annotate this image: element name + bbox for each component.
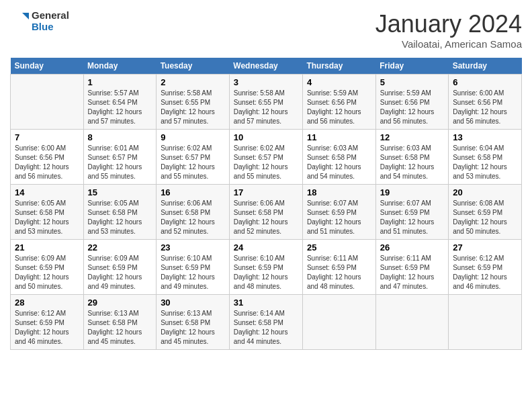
calendar-cell: 22Sunrise: 6:09 AMSunset: 6:59 PMDayligh… (83, 240, 157, 295)
calendar-cell: 15Sunrise: 6:05 AMSunset: 6:58 PMDayligh… (83, 185, 157, 240)
weekday-header-row: SundayMondayTuesdayWednesdayThursdayFrid… (11, 58, 522, 75)
day-number: 21 (15, 242, 79, 253)
calendar-week-row: 21Sunrise: 6:09 AMSunset: 6:59 PMDayligh… (11, 240, 522, 295)
day-info: Sunrise: 6:07 AMSunset: 6:59 PMDaylight:… (380, 199, 444, 236)
day-number: 9 (161, 132, 225, 142)
day-info: Sunrise: 5:58 AMSunset: 6:55 PMDaylight:… (161, 89, 225, 126)
day-number: 8 (88, 132, 152, 142)
location-title: Vailoatai, American Samoa (375, 38, 522, 50)
day-number: 31 (234, 298, 298, 308)
day-number: 11 (307, 132, 371, 142)
calendar-cell: 30Sunrise: 6:13 AMSunset: 6:58 PMDayligh… (157, 295, 230, 350)
day-number: 5 (380, 77, 444, 87)
day-info: Sunrise: 6:12 AMSunset: 6:59 PMDaylight:… (15, 309, 79, 347)
day-number: 20 (453, 187, 517, 197)
day-number: 19 (380, 187, 444, 197)
day-number: 14 (15, 187, 79, 197)
calendar-week-row: 28Sunrise: 6:12 AMSunset: 6:59 PMDayligh… (11, 295, 522, 350)
day-number: 10 (234, 132, 298, 142)
calendar-cell: 21Sunrise: 6:09 AMSunset: 6:59 PMDayligh… (11, 240, 84, 295)
day-info: Sunrise: 6:04 AMSunset: 6:58 PMDaylight:… (453, 144, 517, 181)
calendar-cell: 12Sunrise: 6:03 AMSunset: 6:58 PMDayligh… (375, 130, 448, 185)
day-info: Sunrise: 6:03 AMSunset: 6:58 PMDaylight:… (307, 144, 371, 181)
day-info: Sunrise: 6:10 AMSunset: 6:59 PMDaylight:… (161, 254, 225, 291)
day-number: 18 (307, 187, 371, 197)
calendar-cell: 27Sunrise: 6:12 AMSunset: 6:59 PMDayligh… (449, 240, 522, 295)
calendar-cell: 13Sunrise: 6:04 AMSunset: 6:58 PMDayligh… (449, 130, 522, 185)
calendar-cell: 28Sunrise: 6:12 AMSunset: 6:59 PMDayligh… (11, 295, 84, 350)
day-number: 7 (15, 132, 79, 142)
logo-svg (10, 11, 30, 32)
calendar-cell: 19Sunrise: 6:07 AMSunset: 6:59 PMDayligh… (375, 185, 448, 240)
day-number: 15 (88, 187, 152, 197)
weekday-header-friday: Friday (375, 58, 448, 75)
calendar-week-row: 7Sunrise: 6:00 AMSunset: 6:56 PMDaylight… (11, 130, 522, 185)
calendar-cell (11, 75, 84, 130)
calendar-cell: 6Sunrise: 6:00 AMSunset: 6:56 PMDaylight… (449, 75, 522, 130)
day-info: Sunrise: 5:58 AMSunset: 6:55 PMDaylight:… (234, 89, 298, 126)
day-info: Sunrise: 6:13 AMSunset: 6:58 PMDaylight:… (88, 309, 152, 347)
calendar-cell: 14Sunrise: 6:05 AMSunset: 6:58 PMDayligh… (11, 185, 84, 240)
day-number: 17 (234, 187, 298, 197)
day-number: 30 (161, 298, 225, 308)
day-number: 26 (380, 242, 444, 253)
day-info: Sunrise: 6:06 AMSunset: 6:58 PMDaylight:… (161, 199, 225, 236)
day-info: Sunrise: 5:59 AMSunset: 6:56 PMDaylight:… (307, 89, 371, 126)
header: General Blue January 2024 Vailoatai, Ame… (10, 10, 522, 50)
calendar-cell: 9Sunrise: 6:02 AMSunset: 6:57 PMDaylight… (157, 130, 230, 185)
day-number: 29 (88, 298, 152, 308)
calendar-table: SundayMondayTuesdayWednesdayThursdayFrid… (10, 58, 522, 350)
weekday-header-thursday: Thursday (302, 58, 375, 75)
day-info: Sunrise: 6:12 AMSunset: 6:59 PMDaylight:… (453, 254, 517, 291)
day-info: Sunrise: 6:11 AMSunset: 6:59 PMDaylight:… (307, 254, 371, 291)
day-number: 3 (234, 77, 298, 87)
day-info: Sunrise: 6:09 AMSunset: 6:59 PMDaylight:… (15, 254, 79, 291)
weekday-header-wednesday: Wednesday (229, 58, 302, 75)
day-info: Sunrise: 5:57 AMSunset: 6:54 PMDaylight:… (88, 89, 152, 126)
calendar-cell: 18Sunrise: 6:07 AMSunset: 6:59 PMDayligh… (302, 185, 375, 240)
day-info: Sunrise: 6:02 AMSunset: 6:57 PMDaylight:… (161, 144, 225, 181)
title-area: January 2024 Vailoatai, American Samoa (375, 10, 522, 50)
day-number: 22 (88, 242, 152, 253)
day-number: 25 (307, 242, 371, 253)
day-info: Sunrise: 6:03 AMSunset: 6:58 PMDaylight:… (380, 144, 444, 181)
month-title: January 2024 (375, 10, 522, 38)
calendar-cell: 26Sunrise: 6:11 AMSunset: 6:59 PMDayligh… (375, 240, 448, 295)
calendar-cell: 10Sunrise: 6:02 AMSunset: 6:57 PMDayligh… (229, 130, 302, 185)
calendar-cell: 2Sunrise: 5:58 AMSunset: 6:55 PMDaylight… (157, 75, 230, 130)
calendar-cell: 20Sunrise: 6:08 AMSunset: 6:59 PMDayligh… (449, 185, 522, 240)
calendar-cell: 29Sunrise: 6:13 AMSunset: 6:58 PMDayligh… (83, 295, 157, 350)
day-info: Sunrise: 6:05 AMSunset: 6:58 PMDaylight:… (15, 199, 79, 236)
calendar-cell (375, 295, 448, 350)
day-number: 16 (161, 187, 225, 197)
day-info: Sunrise: 6:02 AMSunset: 6:57 PMDaylight:… (234, 144, 298, 181)
day-info: Sunrise: 6:06 AMSunset: 6:58 PMDaylight:… (234, 199, 298, 236)
day-info: Sunrise: 6:00 AMSunset: 6:56 PMDaylight:… (453, 89, 517, 126)
day-info: Sunrise: 6:07 AMSunset: 6:59 PMDaylight:… (307, 199, 371, 236)
day-info: Sunrise: 6:08 AMSunset: 6:59 PMDaylight:… (453, 199, 517, 236)
weekday-header-tuesday: Tuesday (157, 58, 230, 75)
day-info: Sunrise: 6:01 AMSunset: 6:57 PMDaylight:… (88, 144, 152, 181)
day-info: Sunrise: 6:10 AMSunset: 6:59 PMDaylight:… (234, 254, 298, 291)
day-info: Sunrise: 5:59 AMSunset: 6:56 PMDaylight:… (380, 89, 444, 126)
day-number: 6 (453, 77, 517, 87)
logo-line2: Blue (32, 21, 69, 33)
calendar-cell: 25Sunrise: 6:11 AMSunset: 6:59 PMDayligh… (302, 240, 375, 295)
calendar-cell: 16Sunrise: 6:06 AMSunset: 6:58 PMDayligh… (157, 185, 230, 240)
calendar-week-row: 14Sunrise: 6:05 AMSunset: 6:58 PMDayligh… (11, 185, 522, 240)
calendar-cell: 1Sunrise: 5:57 AMSunset: 6:54 PMDaylight… (83, 75, 157, 130)
weekday-header-monday: Monday (83, 58, 157, 75)
day-info: Sunrise: 6:11 AMSunset: 6:59 PMDaylight:… (380, 254, 444, 291)
svg-marker-0 (22, 13, 29, 19)
calendar-cell: 8Sunrise: 6:01 AMSunset: 6:57 PMDaylight… (83, 130, 157, 185)
day-number: 13 (453, 132, 517, 142)
weekday-header-saturday: Saturday (449, 58, 522, 75)
day-number: 24 (234, 242, 298, 253)
calendar-cell: 23Sunrise: 6:10 AMSunset: 6:59 PMDayligh… (157, 240, 230, 295)
weekday-header-sunday: Sunday (11, 58, 84, 75)
day-info: Sunrise: 6:05 AMSunset: 6:58 PMDaylight:… (88, 199, 152, 236)
calendar-cell: 5Sunrise: 5:59 AMSunset: 6:56 PMDaylight… (375, 75, 448, 130)
calendar-week-row: 1Sunrise: 5:57 AMSunset: 6:54 PMDaylight… (11, 75, 522, 130)
day-number: 2 (161, 77, 225, 87)
day-number: 23 (161, 242, 225, 253)
